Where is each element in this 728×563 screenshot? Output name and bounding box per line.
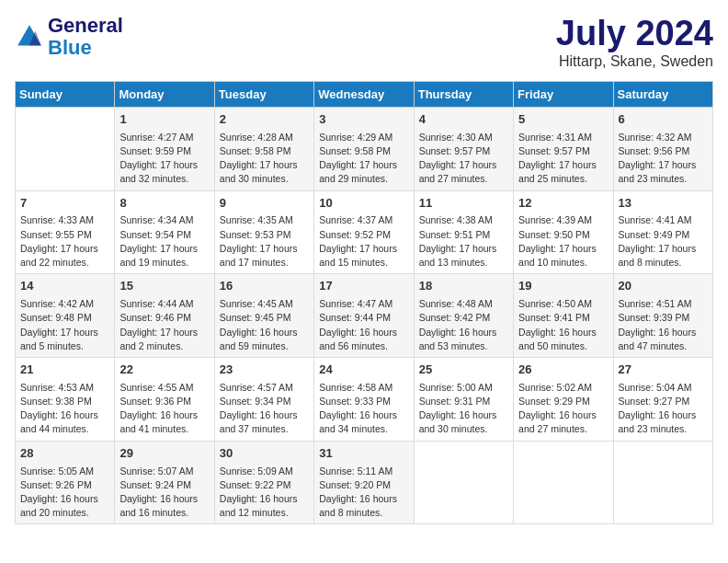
day-number: 5	[518, 111, 608, 129]
calendar-week-row: 21Sunrise: 4:53 AM Sunset: 9:38 PM Dayli…	[16, 357, 713, 441]
day-info: Sunrise: 4:38 AM Sunset: 9:51 PM Dayligh…	[419, 213, 508, 270]
day-number: 16	[220, 278, 309, 295]
title-block: July 2024 Hittarp, Skane, Sweden	[556, 15, 713, 70]
calendar-cell: 16Sunrise: 4:45 AM Sunset: 9:45 PM Dayli…	[214, 274, 313, 358]
day-info: Sunrise: 4:35 AM Sunset: 9:53 PM Dayligh…	[220, 213, 309, 270]
day-number: 24	[319, 362, 408, 379]
calendar-cell: 28Sunrise: 5:05 AM Sunset: 9:26 PM Dayli…	[16, 441, 115, 524]
calendar-table: SundayMondayTuesdayWednesdayThursdayFrid…	[15, 81, 713, 525]
calendar-cell: 8Sunrise: 4:34 AM Sunset: 9:54 PM Daylig…	[115, 190, 214, 274]
calendar-cell: 22Sunrise: 4:55 AM Sunset: 9:36 PM Dayli…	[115, 357, 214, 441]
calendar-cell: 21Sunrise: 4:53 AM Sunset: 9:38 PM Dayli…	[16, 357, 115, 441]
day-number: 17	[319, 278, 408, 295]
day-number: 3	[319, 111, 408, 129]
calendar-cell: 3Sunrise: 4:29 AM Sunset: 9:58 PM Daylig…	[314, 107, 414, 190]
day-info: Sunrise: 4:41 AM Sunset: 9:49 PM Dayligh…	[619, 213, 708, 270]
day-number: 18	[419, 278, 508, 295]
day-info: Sunrise: 4:53 AM Sunset: 9:38 PM Dayligh…	[20, 381, 109, 437]
day-number: 26	[518, 362, 608, 379]
day-number: 9	[220, 195, 309, 213]
calendar-cell: 2Sunrise: 4:28 AM Sunset: 9:58 PM Daylig…	[214, 107, 313, 190]
calendar-cell	[414, 441, 513, 524]
calendar-week-row: 28Sunrise: 5:05 AM Sunset: 9:26 PM Dayli…	[16, 441, 713, 524]
day-info: Sunrise: 5:02 AM Sunset: 9:29 PM Dayligh…	[518, 381, 608, 437]
day-info: Sunrise: 4:57 AM Sunset: 9:34 PM Dayligh…	[220, 381, 309, 437]
day-number: 12	[518, 195, 608, 213]
day-number: 28	[20, 445, 109, 463]
calendar-cell: 27Sunrise: 5:04 AM Sunset: 9:27 PM Dayli…	[613, 357, 712, 441]
calendar-week-row: 7Sunrise: 4:33 AM Sunset: 9:55 PM Daylig…	[16, 190, 713, 274]
day-info: Sunrise: 5:07 AM Sunset: 9:24 PM Dayligh…	[119, 465, 209, 521]
calendar-week-row: 14Sunrise: 4:42 AM Sunset: 9:48 PM Dayli…	[16, 274, 713, 358]
day-info: Sunrise: 4:29 AM Sunset: 9:58 PM Dayligh…	[319, 131, 408, 187]
day-number: 25	[419, 362, 508, 379]
day-info: Sunrise: 4:28 AM Sunset: 9:58 PM Dayligh…	[220, 131, 309, 187]
calendar-cell: 17Sunrise: 4:47 AM Sunset: 9:44 PM Dayli…	[314, 274, 414, 358]
day-info: Sunrise: 4:42 AM Sunset: 9:48 PM Dayligh…	[20, 297, 109, 353]
calendar-cell: 20Sunrise: 4:51 AM Sunset: 9:39 PM Dayli…	[613, 274, 712, 358]
col-header-sunday: Sunday	[16, 81, 115, 107]
calendar-cell: 18Sunrise: 4:48 AM Sunset: 9:42 PM Dayli…	[414, 274, 513, 358]
calendar-cell: 6Sunrise: 4:32 AM Sunset: 9:56 PM Daylig…	[613, 107, 712, 190]
calendar-cell: 23Sunrise: 4:57 AM Sunset: 9:34 PM Dayli…	[214, 357, 313, 441]
day-number: 11	[419, 195, 508, 213]
day-number: 23	[220, 362, 309, 379]
calendar-cell: 15Sunrise: 4:44 AM Sunset: 9:46 PM Dayli…	[115, 274, 214, 358]
day-info: Sunrise: 4:50 AM Sunset: 9:41 PM Dayligh…	[518, 297, 608, 353]
day-info: Sunrise: 4:34 AM Sunset: 9:54 PM Dayligh…	[119, 213, 209, 270]
day-number: 20	[619, 278, 708, 295]
day-info: Sunrise: 4:44 AM Sunset: 9:46 PM Dayligh…	[119, 297, 209, 353]
calendar-cell: 30Sunrise: 5:09 AM Sunset: 9:22 PM Dayli…	[214, 441, 313, 524]
day-number: 21	[20, 362, 109, 379]
calendar-header-row: SundayMondayTuesdayWednesdayThursdayFrid…	[16, 81, 713, 107]
day-info: Sunrise: 5:09 AM Sunset: 9:22 PM Dayligh…	[220, 465, 309, 521]
day-number: 29	[119, 445, 209, 463]
page-header: General Blue July 2024 Hittarp, Skane, S…	[15, 15, 713, 70]
day-number: 10	[319, 195, 408, 213]
day-number: 19	[518, 278, 608, 295]
day-number: 31	[319, 445, 408, 463]
day-info: Sunrise: 4:32 AM Sunset: 9:56 PM Dayligh…	[619, 131, 708, 187]
calendar-cell	[16, 107, 115, 190]
day-info: Sunrise: 4:55 AM Sunset: 9:36 PM Dayligh…	[119, 381, 209, 437]
calendar-cell: 11Sunrise: 4:38 AM Sunset: 9:51 PM Dayli…	[414, 190, 513, 274]
month-title: July 2024	[556, 15, 713, 53]
day-number: 8	[119, 195, 209, 213]
calendar-cell: 29Sunrise: 5:07 AM Sunset: 9:24 PM Dayli…	[115, 441, 214, 524]
day-info: Sunrise: 4:39 AM Sunset: 9:50 PM Dayligh…	[518, 213, 608, 270]
day-number: 2	[220, 111, 309, 129]
day-info: Sunrise: 4:27 AM Sunset: 9:59 PM Dayligh…	[119, 131, 209, 187]
day-number: 27	[619, 362, 708, 379]
calendar-cell: 19Sunrise: 4:50 AM Sunset: 9:41 PM Dayli…	[514, 274, 613, 358]
calendar-cell	[514, 441, 613, 524]
logo-text-general: General Blue	[48, 15, 123, 59]
calendar-cell: 9Sunrise: 4:35 AM Sunset: 9:53 PM Daylig…	[214, 190, 313, 274]
calendar-cell: 12Sunrise: 4:39 AM Sunset: 9:50 PM Dayli…	[514, 190, 613, 274]
calendar-cell: 4Sunrise: 4:30 AM Sunset: 9:57 PM Daylig…	[414, 107, 513, 190]
col-header-thursday: Thursday	[414, 81, 513, 107]
day-info: Sunrise: 4:37 AM Sunset: 9:52 PM Dayligh…	[319, 213, 408, 270]
col-header-saturday: Saturday	[613, 81, 712, 107]
day-info: Sunrise: 4:48 AM Sunset: 9:42 PM Dayligh…	[419, 297, 508, 353]
calendar-cell: 25Sunrise: 5:00 AM Sunset: 9:31 PM Dayli…	[414, 357, 513, 441]
day-number: 6	[619, 111, 708, 129]
col-header-friday: Friday	[514, 81, 613, 107]
day-info: Sunrise: 4:31 AM Sunset: 9:57 PM Dayligh…	[518, 131, 608, 187]
day-info: Sunrise: 4:47 AM Sunset: 9:44 PM Dayligh…	[319, 297, 408, 353]
calendar-week-row: 1Sunrise: 4:27 AM Sunset: 9:59 PM Daylig…	[16, 107, 713, 190]
day-info: Sunrise: 5:11 AM Sunset: 9:20 PM Dayligh…	[319, 465, 408, 521]
logo: General Blue	[15, 15, 123, 59]
logo-icon	[15, 22, 44, 52]
calendar-cell: 1Sunrise: 4:27 AM Sunset: 9:59 PM Daylig…	[115, 107, 214, 190]
day-number: 22	[119, 362, 209, 379]
location-text: Hittarp, Skane, Sweden	[556, 53, 713, 70]
day-number: 30	[220, 445, 309, 463]
day-info: Sunrise: 4:58 AM Sunset: 9:33 PM Dayligh…	[319, 381, 408, 437]
day-number: 13	[619, 195, 708, 213]
col-header-wednesday: Wednesday	[314, 81, 414, 107]
day-info: Sunrise: 5:00 AM Sunset: 9:31 PM Dayligh…	[419, 381, 508, 437]
day-number: 1	[119, 111, 209, 129]
calendar-cell: 24Sunrise: 4:58 AM Sunset: 9:33 PM Dayli…	[314, 357, 414, 441]
calendar-cell: 7Sunrise: 4:33 AM Sunset: 9:55 PM Daylig…	[16, 190, 115, 274]
day-info: Sunrise: 4:30 AM Sunset: 9:57 PM Dayligh…	[419, 131, 508, 187]
